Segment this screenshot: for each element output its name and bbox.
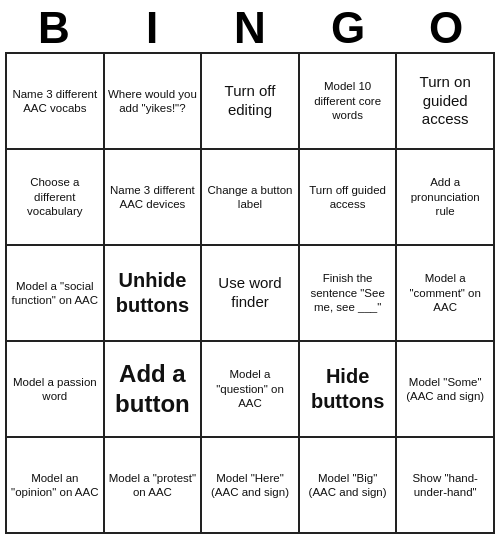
cell-1-4[interactable]: Add a pronunciation rule [397, 150, 495, 246]
cell-2-1[interactable]: Unhide buttons [105, 246, 203, 342]
bingo-grid: Name 3 different AAC vocabs Where would … [5, 52, 495, 534]
cell-3-0[interactable]: Model a passion word [7, 342, 105, 438]
cell-4-2[interactable]: Model "Here" (AAC and sign) [202, 438, 300, 534]
cell-1-1[interactable]: Name 3 different AAC devices [105, 150, 203, 246]
cell-3-1[interactable]: Add a button [105, 342, 203, 438]
cell-2-3[interactable]: Finish the sentence "See me, see ___" [300, 246, 398, 342]
cell-0-2[interactable]: Turn off editing [202, 54, 300, 150]
cell-0-0[interactable]: Name 3 different AAC vocabs [7, 54, 105, 150]
letter-n: N [205, 6, 295, 50]
letter-g: G [303, 6, 393, 50]
cell-0-4[interactable]: Turn on guided access [397, 54, 495, 150]
cell-2-0[interactable]: Model a "social function" on AAC [7, 246, 105, 342]
cell-3-3[interactable]: Hide buttons [300, 342, 398, 438]
cell-2-2[interactable]: Use word finder [202, 246, 300, 342]
cell-1-2[interactable]: Change a button label [202, 150, 300, 246]
cell-4-0[interactable]: Model an "opinion" on AAC [7, 438, 105, 534]
letter-b: B [9, 6, 99, 50]
cell-3-2[interactable]: Model a "question" on AAC [202, 342, 300, 438]
letter-o: O [401, 6, 491, 50]
cell-4-1[interactable]: Model a "protest" on AAC [105, 438, 203, 534]
cell-3-4[interactable]: Model "Some" (AAC and sign) [397, 342, 495, 438]
cell-1-3[interactable]: Turn off guided access [300, 150, 398, 246]
letter-i: I [107, 6, 197, 50]
bingo-title: B I N G O [5, 0, 495, 52]
cell-4-3[interactable]: Model "Big" (AAC and sign) [300, 438, 398, 534]
cell-0-3[interactable]: Model 10 different core words [300, 54, 398, 150]
cell-4-4[interactable]: Show "hand-under-hand" [397, 438, 495, 534]
cell-1-0[interactable]: Choose a different vocabulary [7, 150, 105, 246]
cell-2-4[interactable]: Model a "comment" on AAC [397, 246, 495, 342]
cell-0-1[interactable]: Where would you add "yikes!"? [105, 54, 203, 150]
